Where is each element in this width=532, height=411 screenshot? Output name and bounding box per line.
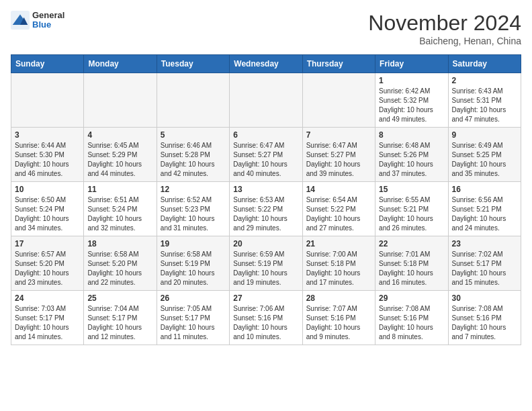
calendar-cell: 26Sunrise: 7:05 AMSunset: 5:17 PMDayligh…	[157, 291, 229, 345]
day-info: Sunrise: 6:51 AMSunset: 5:24 PMDaylight:…	[87, 195, 152, 233]
calendar-cell	[84, 73, 157, 128]
day-info: Sunrise: 6:52 AMSunset: 5:23 PMDaylight:…	[161, 195, 226, 233]
day-number: 19	[161, 239, 226, 248]
day-info: Sunrise: 6:46 AMSunset: 5:28 PMDaylight:…	[161, 141, 226, 179]
day-info: Sunrise: 6:48 AMSunset: 5:26 PMDaylight:…	[379, 141, 444, 179]
day-info: Sunrise: 6:45 AMSunset: 5:29 PMDaylight:…	[87, 141, 152, 179]
calendar-cell: 24Sunrise: 7:03 AMSunset: 5:17 PMDayligh…	[11, 291, 84, 345]
weekday-header-row: SundayMondayTuesdayWednesdayThursdayFrid…	[11, 55, 521, 73]
day-info: Sunrise: 6:44 AMSunset: 5:30 PMDaylight:…	[15, 141, 80, 179]
day-number: 27	[233, 293, 298, 303]
calendar-cell: 21Sunrise: 7:00 AMSunset: 5:18 PMDayligh…	[302, 236, 375, 291]
logo-icon	[11, 11, 30, 30]
calendar-cell: 23Sunrise: 7:02 AMSunset: 5:17 PMDayligh…	[448, 236, 521, 291]
calendar-week-row: 1Sunrise: 6:42 AMSunset: 5:32 PMDaylight…	[11, 73, 521, 128]
day-info: Sunrise: 6:50 AMSunset: 5:24 PMDaylight:…	[15, 195, 80, 233]
calendar-week-row: 24Sunrise: 7:03 AMSunset: 5:17 PMDayligh…	[11, 291, 521, 345]
day-info: Sunrise: 6:56 AMSunset: 5:21 PMDaylight:…	[452, 195, 517, 233]
day-number: 22	[379, 239, 444, 248]
day-number: 15	[379, 185, 444, 194]
calendar-cell: 18Sunrise: 6:58 AMSunset: 5:20 PMDayligh…	[84, 236, 157, 291]
logo: General Blue	[11, 11, 64, 30]
calendar-week-row: 17Sunrise: 6:57 AMSunset: 5:20 PMDayligh…	[11, 236, 521, 291]
day-info: Sunrise: 7:02 AMSunset: 5:17 PMDaylight:…	[452, 250, 517, 287]
calendar-cell: 28Sunrise: 7:07 AMSunset: 5:16 PMDayligh…	[302, 291, 375, 345]
calendar-cell: 15Sunrise: 6:55 AMSunset: 5:21 PMDayligh…	[375, 182, 448, 236]
calendar: SundayMondayTuesdayWednesdayThursdayFrid…	[11, 54, 521, 345]
weekday-header: Monday	[84, 55, 157, 73]
day-number: 17	[15, 239, 80, 248]
calendar-cell: 5Sunrise: 6:46 AMSunset: 5:28 PMDaylight…	[157, 128, 229, 182]
calendar-cell: 22Sunrise: 7:01 AMSunset: 5:18 PMDayligh…	[375, 236, 448, 291]
day-number: 12	[161, 185, 226, 194]
day-number: 9	[452, 130, 517, 140]
calendar-cell: 25Sunrise: 7:04 AMSunset: 5:17 PMDayligh…	[84, 291, 157, 345]
calendar-cell: 8Sunrise: 6:48 AMSunset: 5:26 PMDaylight…	[375, 128, 448, 182]
calendar-cell	[302, 73, 375, 128]
day-info: Sunrise: 6:47 AMSunset: 5:27 PMDaylight:…	[233, 141, 298, 179]
calendar-cell: 14Sunrise: 6:54 AMSunset: 5:22 PMDayligh…	[302, 182, 375, 236]
day-number: 10	[15, 185, 80, 194]
month-title: November 2024	[368, 11, 521, 36]
day-info: Sunrise: 7:04 AMSunset: 5:17 PMDaylight:…	[87, 304, 152, 342]
day-number: 16	[452, 185, 517, 194]
day-info: Sunrise: 7:08 AMSunset: 5:16 PMDaylight:…	[452, 304, 517, 342]
day-number: 28	[306, 293, 371, 303]
day-number: 23	[452, 239, 517, 248]
day-info: Sunrise: 7:00 AMSunset: 5:18 PMDaylight:…	[306, 250, 371, 287]
calendar-cell	[11, 73, 84, 128]
calendar-cell: 17Sunrise: 6:57 AMSunset: 5:20 PMDayligh…	[11, 236, 84, 291]
day-info: Sunrise: 6:43 AMSunset: 5:31 PMDaylight:…	[452, 87, 517, 124]
day-info: Sunrise: 6:49 AMSunset: 5:25 PMDaylight:…	[452, 141, 517, 179]
calendar-cell: 2Sunrise: 6:43 AMSunset: 5:31 PMDaylight…	[448, 73, 521, 128]
calendar-cell: 6Sunrise: 6:47 AMSunset: 5:27 PMDaylight…	[230, 128, 302, 182]
calendar-cell: 30Sunrise: 7:08 AMSunset: 5:16 PMDayligh…	[448, 291, 521, 345]
day-info: Sunrise: 7:06 AMSunset: 5:16 PMDaylight:…	[233, 304, 298, 342]
day-info: Sunrise: 7:07 AMSunset: 5:16 PMDaylight:…	[306, 304, 371, 342]
day-info: Sunrise: 6:42 AMSunset: 5:32 PMDaylight:…	[379, 87, 444, 124]
calendar-cell: 11Sunrise: 6:51 AMSunset: 5:24 PMDayligh…	[84, 182, 157, 236]
day-info: Sunrise: 7:03 AMSunset: 5:17 PMDaylight:…	[15, 304, 80, 342]
day-number: 5	[161, 130, 226, 140]
weekday-header: Saturday	[448, 55, 521, 73]
day-info: Sunrise: 6:57 AMSunset: 5:20 PMDaylight:…	[15, 250, 80, 287]
logo-blue-text: Blue	[32, 20, 64, 30]
day-number: 6	[233, 130, 298, 140]
day-info: Sunrise: 7:01 AMSunset: 5:18 PMDaylight:…	[379, 250, 444, 287]
calendar-cell: 3Sunrise: 6:44 AMSunset: 5:30 PMDaylight…	[11, 128, 84, 182]
day-info: Sunrise: 6:59 AMSunset: 5:19 PMDaylight:…	[233, 250, 298, 287]
day-number: 14	[306, 185, 371, 194]
weekday-header: Tuesday	[157, 55, 229, 73]
day-number: 11	[87, 185, 152, 194]
weekday-header: Wednesday	[230, 55, 302, 73]
day-number: 30	[452, 293, 517, 303]
day-number: 29	[379, 293, 444, 303]
day-number: 1	[379, 76, 444, 85]
day-info: Sunrise: 6:54 AMSunset: 5:22 PMDaylight:…	[306, 195, 371, 233]
calendar-cell: 13Sunrise: 6:53 AMSunset: 5:22 PMDayligh…	[230, 182, 302, 236]
calendar-cell: 20Sunrise: 6:59 AMSunset: 5:19 PMDayligh…	[230, 236, 302, 291]
day-number: 20	[233, 239, 298, 248]
title-block: November 2024 Baicheng, Henan, China	[368, 11, 521, 46]
page: General Blue November 2024 Baicheng, Hen…	[0, 0, 532, 356]
calendar-cell: 1Sunrise: 6:42 AMSunset: 5:32 PMDaylight…	[375, 73, 448, 128]
day-number: 21	[306, 239, 371, 248]
day-number: 13	[233, 185, 298, 194]
calendar-cell: 16Sunrise: 6:56 AMSunset: 5:21 PMDayligh…	[448, 182, 521, 236]
calendar-cell: 29Sunrise: 7:08 AMSunset: 5:16 PMDayligh…	[375, 291, 448, 345]
day-info: Sunrise: 6:47 AMSunset: 5:27 PMDaylight:…	[306, 141, 371, 179]
weekday-header: Friday	[375, 55, 448, 73]
header: General Blue November 2024 Baicheng, Hen…	[11, 11, 521, 46]
day-number: 4	[87, 130, 152, 140]
day-number: 3	[15, 130, 80, 140]
day-info: Sunrise: 6:55 AMSunset: 5:21 PMDaylight:…	[379, 195, 444, 233]
calendar-week-row: 10Sunrise: 6:50 AMSunset: 5:24 PMDayligh…	[11, 182, 521, 236]
day-number: 25	[87, 293, 152, 303]
calendar-cell: 27Sunrise: 7:06 AMSunset: 5:16 PMDayligh…	[230, 291, 302, 345]
calendar-cell	[157, 73, 229, 128]
day-info: Sunrise: 7:05 AMSunset: 5:17 PMDaylight:…	[161, 304, 226, 342]
day-info: Sunrise: 6:58 AMSunset: 5:20 PMDaylight:…	[87, 250, 152, 287]
day-info: Sunrise: 6:53 AMSunset: 5:22 PMDaylight:…	[233, 195, 298, 233]
calendar-cell: 12Sunrise: 6:52 AMSunset: 5:23 PMDayligh…	[157, 182, 229, 236]
subtitle: Baicheng, Henan, China	[368, 36, 521, 46]
